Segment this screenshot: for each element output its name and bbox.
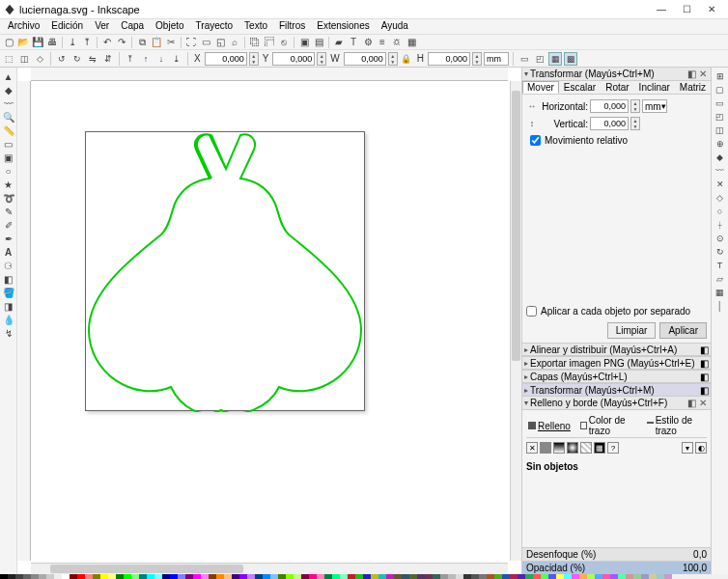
zoom-tool-icon[interactable]: 🔍 bbox=[2, 110, 15, 124]
scrollbar-vertical[interactable] bbox=[510, 81, 521, 561]
palette-color[interactable] bbox=[494, 574, 502, 579]
vertical-spinner[interactable]: ▲▼ bbox=[630, 117, 640, 130]
doc-props-icon[interactable]: ▦ bbox=[405, 36, 418, 49]
rotate-ccw-icon[interactable]: ↺ bbox=[55, 52, 69, 66]
panel-close-icon[interactable]: ✕ bbox=[697, 69, 709, 79]
unknown-swatch[interactable]: ? bbox=[607, 442, 619, 454]
connector-tool-icon[interactable]: ↯ bbox=[2, 326, 15, 340]
palette-color[interactable] bbox=[170, 574, 178, 579]
minimize-button[interactable]: — bbox=[649, 1, 674, 18]
snap-text-icon[interactable]: T bbox=[714, 259, 727, 272]
palette-color[interactable] bbox=[8, 574, 15, 579]
menu-capa[interactable]: Capa bbox=[115, 19, 150, 34]
bezier-tool-icon[interactable]: ✐ bbox=[2, 218, 15, 232]
palette-color[interactable] bbox=[309, 574, 317, 579]
palette-color[interactable] bbox=[386, 574, 394, 579]
palette-color[interactable] bbox=[355, 574, 363, 579]
raise-top-icon[interactable]: ⤒ bbox=[124, 52, 137, 66]
rect-tool-icon[interactable]: ▭ bbox=[2, 137, 15, 151]
palette-color[interactable] bbox=[433, 574, 440, 579]
affect-corners-icon[interactable]: ◰ bbox=[533, 52, 546, 66]
flip-v-icon[interactable]: ⇵ bbox=[101, 52, 115, 66]
palette-color[interactable] bbox=[340, 574, 348, 579]
palette-color[interactable] bbox=[448, 574, 456, 579]
palette-color[interactable] bbox=[70, 574, 77, 579]
opacity-row[interactable]: Opacidad (%) 100,0 bbox=[522, 561, 711, 574]
menu-ver[interactable]: Ver bbox=[89, 19, 115, 34]
palette-color[interactable] bbox=[124, 574, 131, 579]
palette-color[interactable] bbox=[502, 574, 510, 579]
snap-edge-icon[interactable]: ▭ bbox=[714, 96, 727, 110]
palette-color[interactable] bbox=[626, 574, 633, 579]
flat-swatch[interactable] bbox=[540, 442, 551, 454]
palette-color[interactable] bbox=[510, 574, 518, 579]
palette-color[interactable] bbox=[224, 574, 232, 579]
snap-enable-icon[interactable]: ⊞ bbox=[714, 69, 727, 83]
palette-color[interactable] bbox=[487, 574, 494, 579]
y-spinner[interactable]: ▲▼ bbox=[317, 52, 326, 66]
fill-tab[interactable]: Relleno bbox=[526, 414, 573, 437]
palette-color[interactable] bbox=[525, 574, 533, 579]
snap-obj-center-icon[interactable]: ⊙ bbox=[714, 232, 727, 245]
gradient-tool-icon[interactable]: ◨ bbox=[2, 299, 15, 313]
snap-smooth-icon[interactable]: ○ bbox=[714, 205, 727, 218]
palette-color[interactable] bbox=[301, 574, 309, 579]
relative-checkbox[interactable] bbox=[530, 135, 541, 146]
tab-inclinar[interactable]: Inclinar bbox=[634, 81, 675, 94]
palette-color[interactable] bbox=[417, 574, 425, 579]
snap-path-icon[interactable]: 〰 bbox=[714, 164, 727, 178]
h-spinner[interactable]: ▲▼ bbox=[472, 52, 482, 66]
palette-color[interactable] bbox=[371, 574, 378, 579]
palette-color[interactable] bbox=[201, 574, 209, 579]
palette-color[interactable] bbox=[216, 574, 224, 579]
snap-cusp-icon[interactable]: ◇ bbox=[714, 191, 727, 205]
palette-color[interactable] bbox=[363, 574, 371, 579]
tab-rotar[interactable]: Rotar bbox=[601, 81, 633, 94]
palette-color[interactable] bbox=[93, 574, 100, 579]
align-panel-collapsed[interactable]: ▸ Alinear y distribuir (Mayús+Ctrl+A) ◧ bbox=[522, 343, 711, 356]
zoom-drawing-icon[interactable]: ◱ bbox=[213, 36, 227, 49]
pattern-swatch[interactable] bbox=[580, 442, 592, 454]
horizontal-spinner[interactable]: ▲▼ bbox=[630, 99, 640, 113]
fillrule2-icon[interactable]: ◐ bbox=[695, 442, 707, 454]
ruler-horizontal[interactable] bbox=[31, 68, 508, 81]
palette-color[interactable] bbox=[54, 574, 62, 579]
palette-color[interactable] bbox=[116, 574, 124, 579]
palette-color[interactable] bbox=[270, 574, 278, 579]
xml-dialog-icon[interactable]: ⚙ bbox=[361, 36, 375, 49]
dropper-tool-icon[interactable]: 💧 bbox=[2, 313, 15, 326]
palette-color[interactable] bbox=[479, 574, 487, 579]
lower-bottom-icon[interactable]: ⤓ bbox=[170, 52, 183, 66]
palette-color[interactable] bbox=[178, 574, 185, 579]
scrollbar-v-thumb[interactable] bbox=[512, 91, 520, 361]
palette-color[interactable] bbox=[548, 574, 556, 579]
spray-tool-icon[interactable]: ⚆ bbox=[2, 259, 15, 272]
raise-icon[interactable]: ↑ bbox=[139, 52, 153, 66]
palette-color[interactable] bbox=[0, 574, 8, 579]
palette-color[interactable] bbox=[317, 574, 324, 579]
palette-color[interactable] bbox=[471, 574, 479, 579]
x-spinner[interactable]: ▲▼ bbox=[249, 52, 259, 66]
horizontal-input[interactable]: 0,000 bbox=[590, 99, 629, 113]
zoom-selection-icon[interactable]: ⌕ bbox=[228, 36, 241, 49]
h-input[interactable]: 0,000 bbox=[428, 52, 470, 66]
blur-row[interactable]: Desenfoque (%) 0,0 bbox=[522, 547, 711, 561]
menu-texto[interactable]: Texto bbox=[238, 19, 273, 34]
deselect-icon[interactable]: ◇ bbox=[33, 52, 46, 66]
palette-color[interactable] bbox=[541, 574, 548, 579]
palette-color[interactable] bbox=[409, 574, 417, 579]
clone-icon[interactable]: ⿸ bbox=[263, 36, 276, 49]
palette-color[interactable] bbox=[641, 574, 649, 579]
palette-color[interactable] bbox=[100, 574, 108, 579]
snap-guide-icon[interactable]: │ bbox=[714, 299, 727, 313]
lower-icon[interactable]: ↓ bbox=[154, 52, 168, 66]
node-tool-icon[interactable]: ◆ bbox=[2, 83, 15, 96]
palette-color[interactable] bbox=[294, 574, 301, 579]
snap-bbox-icon[interactable]: ▢ bbox=[714, 83, 727, 96]
text-dialog-icon[interactable]: T bbox=[347, 36, 360, 49]
affect-stroke-icon[interactable]: ▭ bbox=[518, 52, 531, 66]
unlink-icon[interactable]: ⎋ bbox=[277, 36, 291, 49]
x-input[interactable]: 0,000 bbox=[205, 52, 247, 66]
unit-select[interactable]: mm bbox=[484, 52, 509, 66]
apply-each-checkbox[interactable] bbox=[526, 306, 537, 317]
